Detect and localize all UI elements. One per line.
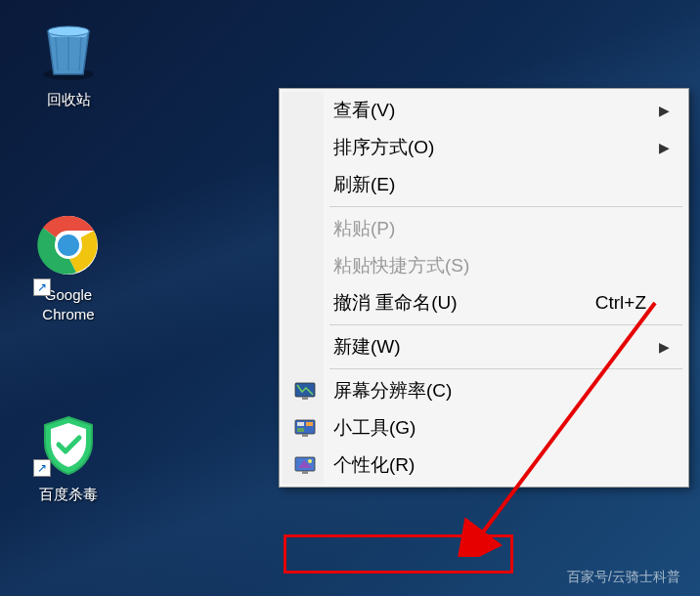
menu-item-new[interactable]: 新建(W) ▶	[283, 328, 685, 365]
menu-separator	[329, 206, 682, 207]
chrome-label-2: Chrome	[20, 305, 117, 324]
menu-label: 排序方式(O)	[333, 135, 434, 160]
watermark-text: 百家号/云骑士科普	[567, 569, 680, 586]
menu-label: 屏幕分辨率(C)	[333, 378, 452, 404]
baidu-antivirus-icon[interactable]: ↗ 百度杀毒	[20, 410, 117, 504]
recycle-bin-label: 回收站	[20, 90, 117, 109]
svg-point-4	[58, 234, 79, 256]
svg-rect-10	[297, 428, 304, 432]
menu-label: 粘贴快捷方式(S)	[333, 253, 469, 278]
screen-resolution-icon	[292, 378, 318, 404]
menu-shortcut: Ctrl+Z	[595, 292, 646, 314]
svg-rect-9	[306, 422, 313, 426]
desktop-context-menu: 查看(V) ▶ 排序方式(O) ▶ 刷新(E) 粘贴(P) 粘贴快捷方式(S) …	[279, 88, 689, 488]
menu-separator	[329, 324, 682, 325]
svg-rect-11	[302, 434, 308, 437]
svg-rect-8	[297, 422, 304, 426]
personalize-icon	[292, 452, 318, 478]
submenu-arrow-icon: ▶	[659, 140, 670, 155]
menu-separator	[329, 368, 682, 369]
menu-label: 查看(V)	[333, 98, 395, 123]
menu-label: 粘贴(P)	[333, 216, 395, 241]
recycle-bin-icon[interactable]: 回收站	[20, 16, 117, 109]
menu-item-personalize[interactable]: 个性化(R)	[283, 447, 685, 484]
menu-item-paste-shortcut: 粘贴快捷方式(S)	[283, 247, 685, 284]
gadgets-icon	[292, 415, 318, 441]
menu-label: 小工具(G)	[333, 415, 416, 441]
menu-label: 撤消 重命名(U)	[333, 290, 458, 316]
menu-label: 个性化(R)	[333, 452, 415, 478]
menu-item-sort[interactable]: 排序方式(O) ▶	[283, 129, 685, 166]
annotation-highlight-box	[284, 534, 513, 574]
menu-item-undo-rename[interactable]: 撤消 重命名(U) Ctrl+Z	[283, 284, 685, 321]
menu-item-refresh[interactable]: 刷新(E)	[283, 166, 685, 203]
menu-item-gadgets[interactable]: 小工具(G)	[283, 409, 685, 447]
menu-label: 新建(W)	[333, 334, 401, 360]
svg-rect-14	[302, 471, 308, 474]
svg-point-1	[48, 26, 89, 36]
menu-label: 刷新(E)	[333, 172, 395, 197]
svg-rect-6	[302, 397, 308, 400]
menu-item-view[interactable]: 查看(V) ▶	[283, 92, 685, 129]
submenu-arrow-icon: ▶	[659, 103, 670, 118]
shortcut-badge-icon: ↗	[33, 459, 51, 477]
recycle-bin-image	[34, 16, 103, 84]
submenu-arrow-icon: ▶	[659, 339, 670, 355]
chrome-image	[34, 211, 103, 279]
svg-point-13	[308, 459, 312, 463]
menu-item-paste: 粘贴(P)	[283, 210, 685, 247]
baidu-antivirus-label: 百度杀毒	[20, 485, 117, 504]
shortcut-badge-icon: ↗	[33, 278, 51, 296]
menu-item-screen-resolution[interactable]: 屏幕分辨率(C)	[283, 372, 685, 409]
chrome-icon[interactable]: ↗ Google Chrome	[20, 211, 117, 323]
